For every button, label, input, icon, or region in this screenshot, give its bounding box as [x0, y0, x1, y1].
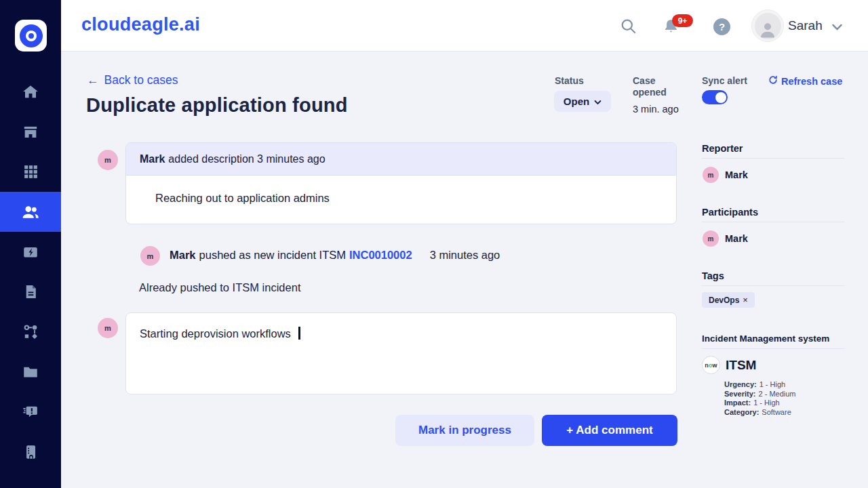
- case-details-panel: Reporter m Mark Participants m Mark Tags…: [702, 51, 844, 488]
- tag-remove-icon[interactable]: ×: [743, 295, 748, 305]
- status-dropdown[interactable]: Open: [554, 91, 611, 112]
- left-sidebar: [0, 0, 61, 488]
- chat-alert-icon: [22, 403, 39, 421]
- event-action-text: pushed as new incident ITSM: [199, 249, 346, 262]
- page-title: Duplicate application found: [86, 94, 348, 117]
- reporter-heading: Reporter: [702, 143, 743, 154]
- itsm-system-name: ITSM: [726, 358, 756, 373]
- divider: [702, 158, 844, 159]
- storefront-icon: [22, 123, 39, 141]
- divider: [702, 348, 844, 349]
- sidebar-nav: [0, 72, 61, 472]
- itsm-field-category: Category:Software: [724, 408, 796, 418]
- sidebar-item-alerts[interactable]: [0, 392, 61, 432]
- notification-count-badge: 9+: [672, 14, 693, 27]
- tags-heading: Tags: [702, 270, 724, 281]
- sidebar-item-documents[interactable]: [0, 272, 61, 312]
- servicenow-logo-icon: now: [702, 356, 720, 374]
- apps-grid-icon: [22, 163, 39, 180]
- back-arrow-icon: ←: [87, 73, 99, 87]
- avatar: m: [703, 167, 719, 183]
- participants-heading: Participants: [702, 207, 758, 218]
- case-opened-label: Case opened: [633, 75, 682, 98]
- text-cursor: [298, 327, 300, 340]
- sidebar-item-licenses[interactable]: [0, 232, 61, 272]
- brand-wordmark: cloudeagle.ai: [81, 14, 200, 35]
- back-to-cases-link[interactable]: ← Back to cases: [87, 73, 178, 87]
- folder-icon: [22, 363, 39, 381]
- avatar: m: [98, 318, 118, 338]
- case-detail-page: ← Back to cases Duplicate application fo…: [61, 51, 868, 488]
- case-opened-value: 3 min. ago: [633, 104, 679, 115]
- mark-in-progress-button[interactable]: Mark in progress: [395, 415, 534, 446]
- itsm-field-urgency: Urgency:1 - High: [724, 380, 796, 390]
- timeline-user: Mark: [140, 153, 165, 165]
- sidebar-item-users[interactable]: [0, 192, 61, 232]
- itsm-row: now ITSM: [702, 356, 756, 374]
- user-name: Sarah: [788, 18, 823, 33]
- reporter-row: m Mark: [703, 167, 748, 183]
- card-bolt-icon: [22, 243, 39, 261]
- reporter-name: Mark: [725, 169, 748, 180]
- user-avatar[interactable]: [751, 9, 784, 42]
- cloudeagle-logo-tile[interactable]: [15, 20, 47, 52]
- description-card: Mark added description 3 minutes ago Rea…: [125, 142, 677, 224]
- incident-event-line: Mark pushed as new incident ITSM INC0010…: [170, 249, 500, 262]
- sidebar-item-apps[interactable]: [0, 152, 61, 192]
- home-icon: [22, 83, 39, 101]
- search-icon[interactable]: [619, 17, 637, 38]
- avatar: m: [98, 150, 118, 170]
- cloudeagle-logo-icon: [20, 24, 43, 47]
- event-timestamp: 3 minutes ago: [430, 249, 500, 262]
- sidebar-item-folders[interactable]: [0, 352, 61, 392]
- document-icon: [22, 283, 39, 300]
- tag-label: DevOps: [709, 296, 739, 305]
- workflow-icon: [22, 323, 39, 341]
- avatar: m: [140, 246, 160, 266]
- user-menu-chevron-down-icon[interactable]: [831, 22, 843, 34]
- itsm-fields: Urgency:1 - High Severity:2 - Medium Imp…: [724, 380, 796, 417]
- participant-name: Mark: [725, 233, 748, 244]
- comment-input-value: Starting deprovision workflows: [140, 327, 291, 340]
- itsm-field-impact: Impact:1 - High: [724, 399, 796, 408]
- help-icon[interactable]: ?: [713, 18, 730, 35]
- avatar: m: [703, 230, 719, 247]
- timeline-user: Mark: [170, 249, 196, 262]
- users-icon: [21, 203, 40, 222]
- sidebar-item-workflows[interactable]: [0, 312, 61, 352]
- status-label: Status: [555, 75, 584, 86]
- incident-system-heading: Incident Management system: [702, 333, 829, 344]
- tag-chip-devops[interactable]: DevOps ×: [702, 292, 755, 308]
- divider: [702, 222, 844, 222]
- sidebar-item-devices[interactable]: [0, 432, 61, 472]
- kiosk-icon: [22, 443, 39, 461]
- sidebar-item-home[interactable]: [0, 72, 61, 112]
- event-note-text: Already pushed to ITSM incident: [139, 281, 300, 294]
- description-card-header: Mark added description 3 minutes ago: [126, 143, 676, 176]
- sidebar-item-store[interactable]: [0, 112, 61, 152]
- participant-row: m Mark: [703, 230, 748, 247]
- incident-number-link[interactable]: INC0010002: [349, 249, 412, 262]
- timeline-header-text: added description 3 minutes ago: [168, 153, 325, 165]
- comment-input[interactable]: Starting deprovision workflows: [125, 312, 677, 394]
- add-comment-button[interactable]: + Add comment: [542, 415, 677, 446]
- itsm-field-severity: Severity:2 - Medium: [724, 390, 796, 399]
- divider: [702, 285, 844, 286]
- top-header: cloudeagle.ai 9+ ? Sarah: [61, 0, 868, 51]
- description-text: Reaching out to application admins: [126, 176, 676, 205]
- chevron-down-icon: [594, 96, 601, 107]
